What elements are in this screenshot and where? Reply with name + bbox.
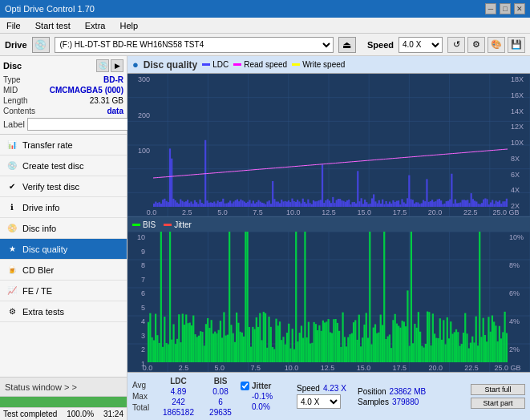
position-row: Position 23862 MB bbox=[358, 387, 430, 396]
jitter-dot bbox=[164, 224, 172, 226]
disc-quality-header: ● Disc quality LDC Read speed Write spee… bbox=[127, 56, 530, 74]
avg-label: Avg bbox=[132, 381, 156, 390]
minimize-button[interactable]: ─ bbox=[485, 3, 496, 14]
legend-write-speed: Write speed bbox=[292, 60, 345, 69]
sidebar-item-fe-te[interactable]: 📈 FE / TE bbox=[0, 281, 127, 301]
disc-section: Disc 💿 ▶ Type BD-R MID CMCMAGBA5 (000) L… bbox=[0, 56, 127, 135]
jitter-check-row: Jitter bbox=[241, 382, 297, 390]
sidebar-item-cd-bier-label: CD BIer bbox=[22, 265, 54, 275]
disc-mid-row: MID CMCMAGBA5 (000) bbox=[3, 86, 123, 95]
maximize-button[interactable]: □ bbox=[500, 3, 511, 14]
stats-bis-total: 29635 bbox=[209, 408, 232, 417]
save-button[interactable]: 💾 bbox=[508, 37, 525, 53]
sidebar-item-verify-test-disc[interactable]: ✔ Verify test disc bbox=[0, 176, 127, 197]
color-button[interactable]: 🎨 bbox=[488, 37, 505, 53]
disc-label-key: Label bbox=[3, 119, 25, 129]
status-window-label: Status window > > bbox=[5, 382, 77, 392]
close-button[interactable]: ✕ bbox=[514, 3, 525, 14]
sidebar-item-verify-test-disc-label: Verify test disc bbox=[22, 182, 79, 192]
bis-dot bbox=[132, 224, 140, 226]
sidebar-item-transfer-rate[interactable]: 📊 Transfer rate bbox=[0, 135, 127, 155]
stats-ldc-avg: 4.89 bbox=[171, 387, 186, 396]
disc-type-row: Type BD-R bbox=[3, 75, 123, 84]
disc-header: Disc 💿 ▶ bbox=[3, 59, 123, 72]
start-part-button[interactable]: Start part bbox=[471, 398, 525, 409]
sidebar-item-create-test-disc[interactable]: 💿 Create test disc bbox=[0, 155, 127, 176]
disc-icon-1[interactable]: 💿 bbox=[96, 59, 109, 72]
stats-labels: Avg Max Total bbox=[132, 381, 156, 412]
upper-chart-canvas bbox=[127, 74, 530, 216]
status-text: Test completed bbox=[3, 410, 57, 418]
samples-val: 379880 bbox=[392, 398, 419, 406]
stats-jitter-max: 0.0% bbox=[241, 402, 297, 411]
sidebar-item-transfer-rate-label: Transfer rate bbox=[22, 140, 73, 150]
disc-contents-val: data bbox=[107, 107, 123, 115]
title-bar: Opti Drive Control 1.70 ─ □ ✕ bbox=[0, 0, 530, 18]
speed-select[interactable]: 4.0 X bbox=[399, 37, 443, 53]
ldc-label: LDC bbox=[212, 60, 229, 69]
stats-jitter-avg: -0.1% bbox=[241, 392, 297, 401]
main-area: Disc 💿 ▶ Type BD-R MID CMCMAGBA5 (000) L… bbox=[0, 56, 530, 420]
disc-type-val: BD-R bbox=[103, 75, 123, 84]
sidebar-item-cd-bier[interactable]: 🍺 CD BIer bbox=[0, 260, 127, 281]
disc-contents-row: Contents data bbox=[3, 107, 123, 115]
legend-ldc: LDC bbox=[202, 60, 229, 69]
sidebar-item-create-test-disc-label: Create test disc bbox=[22, 161, 83, 171]
ldc-dot bbox=[202, 63, 210, 66]
progress-percent: 100.0% bbox=[67, 410, 94, 418]
legend-jitter-chart: Jitter bbox=[164, 220, 192, 229]
progress-bar-container bbox=[0, 396, 127, 407]
speed-row: Speed 4.23 X bbox=[297, 384, 353, 393]
disc-type-key: Type bbox=[3, 75, 21, 84]
menu-extra[interactable]: Extra bbox=[82, 18, 109, 33]
sidebar-item-drive-info[interactable]: ℹ Drive info bbox=[0, 197, 127, 218]
bis-label: BIS bbox=[143, 220, 156, 229]
transfer-rate-icon: 📊 bbox=[6, 139, 18, 151]
speed-dropdown[interactable]: 4.0 X bbox=[297, 394, 341, 409]
speed-val: 4.23 X bbox=[323, 384, 346, 393]
samples-key: Samples bbox=[358, 398, 389, 406]
menu-help[interactable]: Help bbox=[116, 18, 141, 33]
eject-button[interactable]: ⏏ bbox=[338, 37, 356, 53]
position-key: Position bbox=[358, 387, 386, 396]
total-label: Total bbox=[132, 403, 156, 412]
settings-button[interactable]: ⚙ bbox=[467, 37, 485, 53]
disc-quality-icon: ★ bbox=[6, 244, 18, 255]
sidebar-item-fe-te-label: FE / TE bbox=[22, 286, 52, 296]
disc-contents-key: Contents bbox=[3, 107, 35, 115]
sidebar-item-disc-info-label: Disc info bbox=[22, 224, 56, 233]
menu-start-test[interactable]: Start test bbox=[32, 18, 74, 33]
stats-bis: BIS 0.08 6 29635 bbox=[200, 377, 241, 417]
disc-icon-2[interactable]: ▶ bbox=[111, 59, 123, 72]
sidebar-item-extra-tests-label: Extra tests bbox=[22, 307, 64, 317]
refresh-button[interactable]: ↺ bbox=[447, 37, 465, 53]
disc-quality-title: Disc quality bbox=[144, 59, 197, 71]
stats-ldc: LDC 4.89 242 1865182 bbox=[156, 377, 200, 417]
window-controls: ─ □ ✕ bbox=[485, 3, 525, 14]
disc-length-row: Length 23.31 GB bbox=[3, 96, 123, 105]
disc-mid-val: CMCMAGBA5 (000) bbox=[50, 86, 123, 95]
sidebar-item-disc-quality[interactable]: ★ Disc quality bbox=[0, 239, 127, 260]
position-samples: Position 23862 MB Samples 379880 bbox=[358, 387, 430, 406]
stats-bar: Avg Max Total LDC 4.89 242 1865182 BIS 0… bbox=[127, 372, 530, 420]
sidebar-item-disc-info[interactable]: 📀 Disc info bbox=[0, 218, 127, 239]
jitter-checkbox[interactable] bbox=[241, 382, 249, 390]
drive-select[interactable]: (F:) HL-DT-ST BD-RE WH16NS58 TST4 bbox=[55, 37, 334, 53]
sidebar-item-extra-tests[interactable]: ⚙ Extra tests bbox=[0, 301, 127, 322]
legend-read-speed: Read speed bbox=[233, 60, 287, 69]
sidebar: Disc 💿 ▶ Type BD-R MID CMCMAGBA5 (000) L… bbox=[0, 56, 127, 420]
menu-bar: File Start test Extra Help bbox=[0, 18, 530, 34]
start-full-button[interactable]: Start full bbox=[471, 384, 525, 395]
status-window-button[interactable]: Status window > > bbox=[0, 377, 127, 396]
content-area: ● Disc quality LDC Read speed Write spee… bbox=[127, 56, 530, 420]
menu-file[interactable]: File bbox=[3, 18, 24, 33]
disc-label-input[interactable] bbox=[27, 118, 134, 131]
stats-ldc-total: 1865182 bbox=[163, 408, 194, 417]
speed-label: Speed bbox=[367, 40, 394, 50]
drive-bar: Drive 💿 (F:) HL-DT-ST BD-RE WH16NS58 TST… bbox=[0, 34, 530, 56]
disc-length-val: 23.31 GB bbox=[90, 96, 123, 105]
drive-icon[interactable]: 💿 bbox=[32, 37, 50, 53]
cd-bier-icon: 🍺 bbox=[6, 265, 18, 276]
legend-bis: BIS bbox=[132, 220, 156, 229]
status-text-row: Test completed 100.0% 31:24 bbox=[0, 407, 127, 420]
